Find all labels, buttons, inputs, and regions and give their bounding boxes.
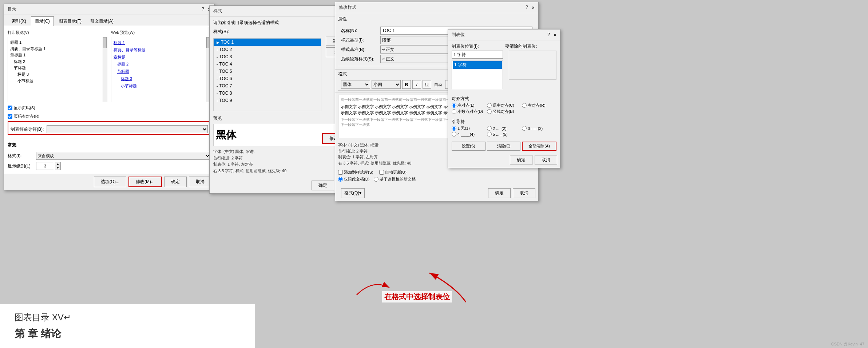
- show-level-input[interactable]: [36, 162, 54, 170]
- dialog-mulu-question[interactable]: ?: [202, 7, 204, 12]
- style-item-toc4[interactable]: -TOC 4: [214, 60, 321, 68]
- spinner-up[interactable]: ▲: [55, 162, 61, 166]
- print-preview-thumb[interactable]: [103, 37, 107, 48]
- tab-citation[interactable]: 引文目录(A): [86, 16, 118, 26]
- web-link-0[interactable]: 标题 1: [114, 39, 208, 47]
- btn-cancel-modify[interactable]: 取消: [513, 188, 535, 198]
- radio-leader-2[interactable]: [487, 126, 492, 131]
- align-right-label: 页码右对齐(R): [14, 114, 39, 119]
- style-item-toc9[interactable]: -TOC 9: [214, 97, 321, 104]
- radio-new-based-label: 基于该模板的新文档: [374, 177, 416, 182]
- radio-leader-4[interactable]: [452, 132, 456, 137]
- style-list[interactable]: ▶TOC 1 -TOC 2 -TOC 3 -TOC 4 -TOC 5 -TOC …: [213, 38, 321, 111]
- checkbox-align-right[interactable]: [8, 114, 12, 119]
- spinner-arrows: ▲ ▼: [55, 162, 61, 170]
- btn-clear-tabstop[interactable]: 清除(E): [487, 142, 521, 151]
- btn-modify-mulu[interactable]: 修改(M)...: [128, 177, 162, 187]
- btn-options[interactable]: 选项(O)...: [94, 177, 126, 187]
- radio-align-decimal[interactable]: [452, 109, 456, 114]
- btn-cancel-mulu[interactable]: 取消: [189, 177, 211, 187]
- tabstop-action-btns: 设置(S) 清除(E) 全部清除(A): [448, 138, 560, 152]
- btn-italic[interactable]: I: [412, 80, 421, 89]
- dialog-mulu-content: 打印预览(V) 标题 11 摘要、目录等标题 1 章标题 1 标题 23 节标题…: [4, 26, 214, 174]
- web-link-6[interactable]: 小节标题: [114, 83, 208, 90]
- tabstop-item-1[interactable]: 1 字符: [453, 61, 502, 69]
- dialog-modify-question[interactable]: ?: [526, 5, 528, 11]
- web-link-4[interactable]: 节标题: [114, 68, 208, 75]
- size-select[interactable]: 小四: [372, 80, 401, 89]
- format-select[interactable]: 来自模板: [36, 152, 211, 160]
- arrow-svg: [353, 277, 397, 298]
- btn-underline[interactable]: U: [423, 80, 431, 89]
- style-item-toc8[interactable]: -TOC 8: [214, 90, 321, 97]
- style-item-toc3[interactable]: -TOC 3: [214, 53, 321, 60]
- dialog-style-title: 样式: [213, 8, 222, 14]
- checkbox-auto-update[interactable]: [379, 170, 384, 175]
- web-preview-label: Web 预览(W): [111, 30, 211, 35]
- tabstop-position-input[interactable]: [452, 51, 503, 59]
- radio-new-based[interactable]: [374, 177, 378, 182]
- radio-align-right[interactable]: [522, 103, 527, 108]
- show-page-label: 显示页码(S): [14, 105, 35, 111]
- radio-align-center[interactable]: [487, 103, 492, 108]
- btn-ok-modify[interactable]: 确定: [488, 188, 511, 198]
- tabstop-clear-label: 要清除的制表位:: [505, 43, 556, 50]
- btn-clear-all-tabstop[interactable]: 全部清除(A): [522, 142, 556, 151]
- align-decimal-option: 小数点对齐(D): [452, 109, 486, 114]
- tabstop-leader-select[interactable]: -------- ........ ________: [47, 125, 208, 133]
- leader-2-option: 2 .....(2): [487, 126, 522, 131]
- align-left-option: 左对齐(L): [452, 103, 486, 108]
- style-item-toc6[interactable]: -TOC 6: [214, 75, 321, 82]
- tabstop-btn-row: 设置(S) 清除(E) 全部清除(A): [452, 142, 556, 151]
- btn-set-tabstop[interactable]: 设置(S): [452, 142, 485, 151]
- radio-align-vline[interactable]: [487, 109, 492, 114]
- dialog-tabstop-close[interactable]: ×: [554, 32, 556, 38]
- checkbox-show-page[interactable]: [8, 106, 12, 110]
- checkbox-add-to-lib[interactable]: [338, 170, 343, 175]
- radio-only-this[interactable]: [338, 177, 343, 182]
- web-preview-col: Web 预览(W) 标题 1 摘要、目录等标题 章标题 标题 2 节标题 标题 …: [111, 30, 211, 102]
- print-preview-scrollbar[interactable]: [103, 37, 107, 102]
- tabstop-list[interactable]: 1 字符: [452, 60, 503, 89]
- checkbox-row-1: 显示页码(S): [8, 105, 211, 111]
- print-item-6: 小节标题5: [10, 78, 105, 84]
- show-level-row: 显示级别(L): ▲ ▼: [8, 162, 211, 170]
- web-link-2[interactable]: 章标题: [114, 54, 208, 61]
- tab-index[interactable]: 索引(X): [8, 16, 30, 26]
- btn-ok-style[interactable]: 确定: [312, 181, 334, 190]
- web-preview-box: 标题 1 摘要、目录等标题 章标题 标题 2 节标题 标题 3 小节标题: [111, 37, 211, 102]
- radio-align-left[interactable]: [452, 103, 456, 108]
- radio-leader-3[interactable]: [522, 126, 527, 131]
- style-item-toc7[interactable]: -TOC 7: [214, 82, 321, 90]
- tabstop-clear-area: [509, 51, 556, 80]
- dialog-tabstop-question[interactable]: ?: [547, 32, 550, 38]
- print-item-0: 标题 11: [10, 39, 105, 46]
- btn-ok-mulu[interactable]: 确定: [164, 177, 187, 187]
- tab-figure[interactable]: 图表目录(F): [55, 16, 86, 26]
- btn-bold[interactable]: B: [402, 80, 411, 89]
- btn-format-dropdown[interactable]: 格式(Q)▾: [341, 188, 365, 198]
- btn-cancel-tabstop[interactable]: 取消: [535, 155, 557, 165]
- font-select[interactable]: 黑体: [341, 80, 370, 89]
- tab-toc[interactable]: 目录(C): [31, 16, 54, 26]
- radio-leader-1[interactable]: [452, 126, 456, 131]
- radio-leader-5[interactable]: [487, 132, 492, 137]
- prop-next-style-label: 后续段落样式(S):: [341, 56, 377, 62]
- dialog-mulu-titlebar: 目录 ? ×: [4, 4, 214, 15]
- doc-line2: 第 章 绪论: [15, 327, 240, 341]
- dialog-modify-close[interactable]: ×: [532, 5, 535, 11]
- dialog-mulu: 目录 ? × 索引(X) 目录(C) 图表目录(F) 引文目录(A) 打印预览(…: [4, 4, 215, 190]
- btn-ok-tabstop[interactable]: 确定: [510, 155, 532, 165]
- annotation-container: 在格式中选择制表位: [382, 291, 452, 302]
- web-link-5[interactable]: 标题 3: [114, 75, 208, 83]
- tabstop-leader-box: 制表符前导符(B): -------- ........ ________: [8, 121, 211, 135]
- leader-3-option: 3 -----(3): [522, 126, 556, 131]
- web-link-3[interactable]: 标题 2: [114, 61, 208, 68]
- tabstop-leader-section: 引导符 1 无(1) 2 .....(2) 3 -----(3) 4 ____(…: [448, 116, 560, 138]
- style-item-toc5[interactable]: -TOC 5: [214, 68, 321, 75]
- web-link-1[interactable]: 摘要、目录等标题: [114, 47, 208, 54]
- style-item-toc1[interactable]: ▶TOC 1: [214, 39, 321, 46]
- print-preview-col: 打印预览(V) 标题 11 摘要、目录等标题 1 章标题 1 标题 23 节标题…: [8, 30, 107, 102]
- style-item-toc2[interactable]: -TOC 2: [214, 46, 321, 53]
- spinner-down[interactable]: ▼: [55, 166, 61, 170]
